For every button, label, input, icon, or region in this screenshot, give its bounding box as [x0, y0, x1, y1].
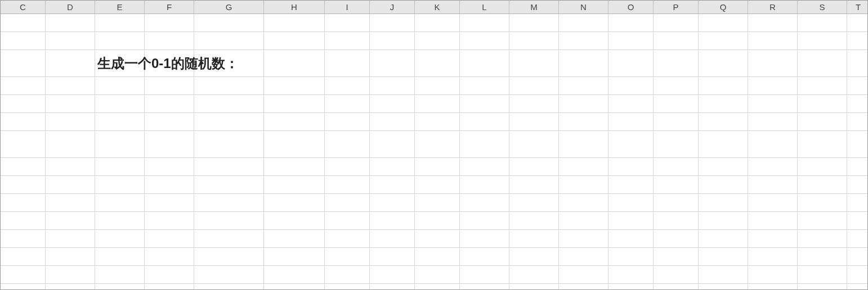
cell-K-4[interactable]: [415, 77, 460, 95]
cell-G-1[interactable]: [194, 14, 264, 32]
cell-T-6[interactable]: [847, 113, 868, 131]
cell-I-3[interactable]: [325, 50, 370, 77]
cell-J-5[interactable]: [370, 95, 415, 113]
cell-K-3[interactable]: [415, 50, 460, 77]
column-header-D[interactable]: D: [46, 1, 95, 14]
cell-Q-15[interactable]: [699, 284, 748, 290]
cell-O-7[interactable]: [609, 131, 654, 158]
cell-H-14[interactable]: [264, 266, 325, 284]
cell-L-4[interactable]: [460, 77, 509, 95]
cell-H-5[interactable]: [264, 95, 325, 113]
cell-Q-9[interactable]: [699, 176, 748, 194]
cell-I-12[interactable]: [325, 230, 370, 248]
cell-Q-8[interactable]: [699, 158, 748, 176]
cell-I-14[interactable]: [325, 266, 370, 284]
cell-D-6[interactable]: [46, 113, 95, 131]
cell-N-9[interactable]: [559, 176, 609, 194]
cell-C-4[interactable]: [1, 77, 46, 95]
cell-L-11[interactable]: [460, 212, 509, 230]
column-header-I[interactable]: I: [325, 1, 370, 14]
cell-F-12[interactable]: [145, 230, 194, 248]
cell-M-11[interactable]: [509, 212, 559, 230]
cell-E-6[interactable]: [95, 113, 145, 131]
column-header-K[interactable]: K: [415, 1, 460, 14]
cell-H-10[interactable]: [264, 194, 325, 212]
cell-G-10[interactable]: [194, 194, 264, 212]
cell-R-9[interactable]: [748, 176, 798, 194]
column-header-O[interactable]: O: [609, 1, 654, 14]
column-header-J[interactable]: J: [370, 1, 415, 14]
cell-P-8[interactable]: [654, 158, 699, 176]
cell-P-9[interactable]: [654, 176, 699, 194]
cell-Q-10[interactable]: [699, 194, 748, 212]
column-header-G[interactable]: G: [194, 1, 264, 14]
cell-F-11[interactable]: [145, 212, 194, 230]
cell-C-5[interactable]: [1, 95, 46, 113]
cell-R-1[interactable]: [748, 14, 798, 32]
cell-H-15[interactable]: [264, 284, 325, 290]
cell-Q-6[interactable]: [699, 113, 748, 131]
cell-C-6[interactable]: [1, 113, 46, 131]
cell-D-7[interactable]: [46, 131, 95, 158]
cell-S-11[interactable]: [798, 212, 847, 230]
cell-S-14[interactable]: [798, 266, 847, 284]
cell-P-13[interactable]: [654, 248, 699, 266]
cell-J-1[interactable]: [370, 14, 415, 32]
column-header-E[interactable]: E: [95, 1, 145, 14]
cell-F-13[interactable]: [145, 248, 194, 266]
cell-K-10[interactable]: [415, 194, 460, 212]
cell-F-4[interactable]: [145, 77, 194, 95]
cell-G-8[interactable]: [194, 158, 264, 176]
cell-O-3[interactable]: [609, 50, 654, 77]
cell-P-5[interactable]: [654, 95, 699, 113]
cell-O-8[interactable]: [609, 158, 654, 176]
cell-O-11[interactable]: [609, 212, 654, 230]
cell-H-12[interactable]: [264, 230, 325, 248]
cell-I-4[interactable]: [325, 77, 370, 95]
cell-H-11[interactable]: [264, 212, 325, 230]
cell-D-11[interactable]: [46, 212, 95, 230]
cell-Q-1[interactable]: [699, 14, 748, 32]
cell-L-8[interactable]: [460, 158, 509, 176]
cell-P-7[interactable]: [654, 131, 699, 158]
cell-E-9[interactable]: [95, 176, 145, 194]
cell-S-9[interactable]: [798, 176, 847, 194]
cell-Q-13[interactable]: [699, 248, 748, 266]
cell-L-10[interactable]: [460, 194, 509, 212]
cell-F-7[interactable]: [145, 131, 194, 158]
cell-T-7[interactable]: [847, 131, 868, 158]
cell-N-15[interactable]: [559, 284, 609, 290]
cell-C-14[interactable]: [1, 266, 46, 284]
cell-H-4[interactable]: [264, 77, 325, 95]
cell-R-15[interactable]: [748, 284, 798, 290]
cell-G-2[interactable]: [194, 32, 264, 50]
cell-T-5[interactable]: [847, 95, 868, 113]
cell-L-12[interactable]: [460, 230, 509, 248]
cell-F-8[interactable]: [145, 158, 194, 176]
cell-Q-12[interactable]: [699, 230, 748, 248]
cell-C-15[interactable]: [1, 284, 46, 290]
cell-R-13[interactable]: [748, 248, 798, 266]
cell-H-3[interactable]: [264, 50, 325, 77]
cell-C-11[interactable]: [1, 212, 46, 230]
cell-N-12[interactable]: [559, 230, 609, 248]
cell-E-8[interactable]: [95, 158, 145, 176]
cell-D-8[interactable]: [46, 158, 95, 176]
cell-Q-4[interactable]: [699, 77, 748, 95]
cell-R-6[interactable]: [748, 113, 798, 131]
cell-J-4[interactable]: [370, 77, 415, 95]
cell-G-9[interactable]: [194, 176, 264, 194]
cell-L-13[interactable]: [460, 248, 509, 266]
cell-C-8[interactable]: [1, 158, 46, 176]
cell-F-14[interactable]: [145, 266, 194, 284]
column-header-P[interactable]: P: [654, 1, 699, 14]
cell-H-6[interactable]: [264, 113, 325, 131]
cell-S-1[interactable]: [798, 14, 847, 32]
cell-K-9[interactable]: [415, 176, 460, 194]
cell-O-15[interactable]: [609, 284, 654, 290]
cell-E-4[interactable]: [95, 77, 145, 95]
cell-D-2[interactable]: [46, 32, 95, 50]
cell-G-6[interactable]: [194, 113, 264, 131]
cell-M-9[interactable]: [509, 176, 559, 194]
cell-I-1[interactable]: [325, 14, 370, 32]
